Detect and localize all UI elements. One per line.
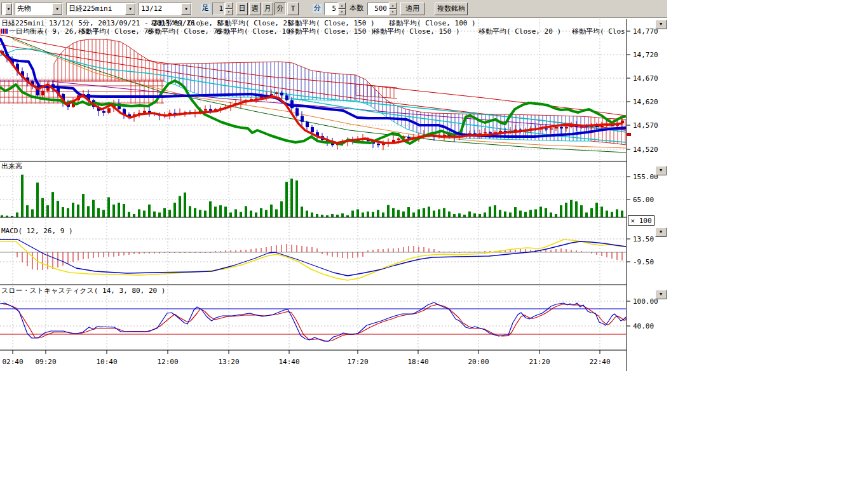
volume-bar: [545, 208, 547, 217]
volume-bar: [504, 212, 506, 217]
volume-multiplier-badge: × 100: [628, 215, 654, 226]
volume-bar: [31, 209, 34, 217]
cloud-upper-boundary: [164, 62, 356, 75]
volume-bar: [234, 209, 237, 217]
volume-bar: [229, 212, 232, 217]
scale-tick-label: 14,570: [633, 121, 658, 130]
volume-bar: [423, 208, 425, 217]
stoch-scale-dropdown-button[interactable]: ▼: [655, 290, 667, 299]
volume-bar: [529, 210, 532, 217]
volume-bar: [138, 209, 140, 217]
volume-bar: [163, 208, 166, 217]
time-tick-label: 20:00: [468, 358, 489, 366]
candle-body: [377, 144, 380, 145]
candle-body: [102, 111, 105, 113]
legend-row-1: 日経225mini 13/12( 5分, 2013/09/21 - 2013/0…: [0, 20, 625, 27]
volume-bar: [173, 203, 176, 217]
volume-bar: [448, 212, 451, 217]
volume-bar: [301, 207, 303, 217]
time-tick-label: 09:20: [35, 358, 56, 366]
volume-bar: [97, 208, 100, 217]
volume-bar: [367, 212, 369, 217]
volume-bar: [57, 201, 59, 217]
legend-entry: 移動平均( Close, 20 ): [478, 28, 561, 36]
volume-bar: [606, 211, 608, 218]
volume-bar: [168, 210, 171, 217]
candle-body: [484, 132, 487, 133]
volume-bar: [489, 207, 491, 217]
volume-bar: [250, 211, 252, 218]
volume-scale-dropdown-button[interactable]: ▼: [655, 166, 667, 175]
volume-bar: [514, 207, 517, 217]
volume-bar: [87, 206, 90, 217]
legend-entry: 移動平均( Close, 10 ): [216, 28, 299, 36]
volume-bar: [67, 208, 69, 217]
volume-bar: [179, 196, 181, 217]
volume-bar: [153, 212, 156, 217]
scale-tick-label: 40.00: [633, 322, 654, 330]
volume-bar: [351, 211, 354, 218]
volume-bar: [102, 210, 105, 217]
app-window: ▼ 先物 ▼ 日経225mini ▼ 13/12 ▼ 足 1 ▲▼ 日 週 月 …: [0, 0, 868, 488]
volume-bar: [509, 212, 512, 217]
volume-bar: [92, 200, 95, 217]
volume-bar: [397, 210, 400, 217]
volume-bar: [112, 205, 115, 217]
volume-bar: [417, 209, 420, 217]
volume-bar: [494, 205, 496, 217]
candle-body: [560, 127, 563, 128]
volume-bar: [46, 205, 49, 217]
time-tick-label: 18:40: [407, 358, 428, 366]
volume-bar: [478, 214, 481, 217]
scale-tick-label: 155.00: [633, 173, 658, 181]
candle-body: [275, 93, 278, 94]
volume-bar: [255, 212, 257, 217]
volume-bar: [270, 205, 273, 217]
volume-bar: [428, 207, 430, 217]
volume-bar: [214, 207, 217, 217]
scale-tick-label: 14,520: [633, 146, 658, 154]
volume-bar: [204, 211, 207, 218]
macd-scale-dropdown-button[interactable]: ▼: [655, 227, 667, 237]
chart-canvas: 14,77014,72014,67014,62014,57014,520155.…: [0, 0, 677, 381]
volume-bar: [346, 215, 349, 217]
candle-body: [306, 122, 309, 127]
volume-bar: [336, 215, 339, 217]
volume-bar: [458, 214, 461, 217]
scale-tick-label: 100.00: [633, 297, 658, 306]
volume-bar: [585, 212, 588, 217]
cloud-upper-boundary: [356, 75, 591, 117]
volume-bar: [453, 214, 456, 217]
scale-tick-label: 14,720: [633, 51, 658, 59]
volume-bar: [16, 212, 18, 217]
volume-bar: [158, 212, 161, 217]
legend-entry: 移動平均( Close, 150 ): [288, 28, 375, 36]
volume-bar: [275, 209, 278, 217]
volume-bar: [285, 182, 288, 217]
volume-bar: [463, 215, 466, 217]
volume-bar: [382, 212, 384, 217]
volume-bar: [311, 212, 313, 217]
volume-bar: [484, 212, 486, 217]
volume-bar: [82, 194, 85, 217]
ma-thick-blue: [0, 38, 626, 137]
candle-body: [295, 108, 299, 116]
volume-bar: [539, 207, 542, 217]
volume-bar: [524, 212, 527, 217]
volume-bar: [189, 206, 191, 217]
stoch-k-line: [0, 302, 626, 341]
candle-body: [555, 127, 558, 128]
legend-entry: 移動平均( Close, 150 ): [288, 20, 375, 27]
candle-body: [290, 100, 294, 109]
scale-tick-label: -9.50: [633, 258, 654, 266]
volume-bar: [519, 211, 522, 218]
time-tick-label: 12:00: [157, 358, 178, 366]
volume-bar: [595, 203, 598, 217]
volume-bar: [290, 179, 293, 217]
time-tick-label: 21:20: [529, 358, 550, 366]
price-scale-dropdown-button[interactable]: ▼: [655, 20, 667, 29]
volume-bar: [36, 182, 39, 217]
volume-bar: [600, 207, 603, 217]
candle-body: [280, 93, 283, 95]
volume-bar: [62, 207, 64, 217]
